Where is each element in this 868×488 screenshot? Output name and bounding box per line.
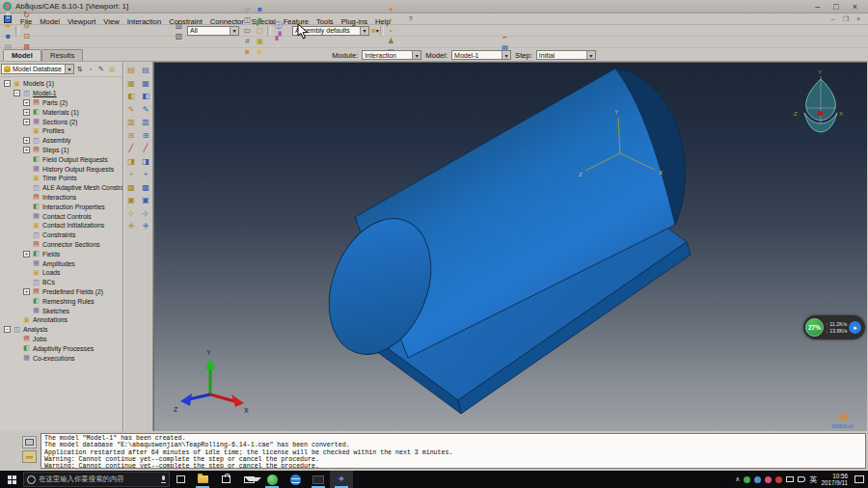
taskbar-search[interactable]: 在这里输入你要搜索的内容: [23, 472, 170, 487]
tray-app-icon[interactable]: [775, 476, 782, 483]
create-reference-point-icon[interactable]: ◨: [124, 155, 138, 169]
bulb-icon[interactable]: ◍: [107, 64, 117, 74]
taskbar-app-store[interactable]: [214, 471, 237, 488]
taskbar-app-app-green[interactable]: [260, 471, 284, 488]
tree-item-sketches[interactable]: ▦Sketches: [0, 306, 122, 315]
volume-icon[interactable]: [798, 476, 805, 482]
tree-item-ale-adaptive-mesh-constraints[interactable]: ◫ALE Adaptive Mesh Constraints: [0, 183, 122, 193]
tree-item-amplitudes[interactable]: ▦Amplitudes: [0, 258, 122, 268]
attach-points-icon[interactable]: ▣: [139, 194, 152, 207]
create-set-icon[interactable]: ▩: [139, 181, 152, 195]
action-center-icon[interactable]: [854, 475, 864, 483]
menu-viewport[interactable]: Viewport: [68, 17, 95, 26]
taskbar-app-file-explorer[interactable]: [191, 471, 214, 488]
taskbar-app-abaqus[interactable]: ✦: [330, 471, 353, 488]
memory-percent-ball[interactable]: 27%: [805, 318, 824, 337]
tree-item-history-output-requests[interactable]: ▦History Output Requests: [0, 164, 122, 174]
box-green-icon[interactable]: ■: [254, 14, 266, 25]
tree-item-parts-2[interactable]: +▤Parts (2): [0, 98, 122, 108]
sort-updown-icon[interactable]: ⇅: [75, 64, 85, 74]
network-icon[interactable]: [786, 476, 794, 482]
tree-item-profiles[interactable]: ▣Profiles: [0, 126, 122, 136]
menu-tools[interactable]: Tools: [316, 17, 334, 26]
tab-model[interactable]: Model: [3, 49, 41, 61]
message-area-button[interactable]: [22, 436, 37, 448]
tray-expand-icon[interactable]: ∧: [735, 475, 740, 483]
minimize-button[interactable]: –: [815, 2, 820, 12]
tree-item-interactions[interactable]: ▤Interactions: [0, 193, 122, 203]
tree-context-combo[interactable]: Model Database ▾: [1, 64, 74, 74]
expand-icon[interactable]: +: [23, 99, 30, 106]
child-close-button[interactable]: ×: [856, 15, 860, 23]
zoom-icon[interactable]: ⊙: [20, 20, 33, 31]
query-info-icon[interactable]: ⓘ: [272, 20, 285, 31]
partition-cell-icon[interactable]: ▩: [124, 181, 138, 195]
tree-item-fields[interactable]: +◧Fields: [0, 249, 122, 258]
create-spring-icon[interactable]: ⊹: [124, 207, 138, 221]
create-wire-feature-icon[interactable]: ╱: [124, 142, 138, 155]
create-fasteners-icon[interactable]: ◨: [139, 155, 152, 169]
close-button[interactable]: ×: [853, 2, 857, 12]
menu-connector[interactable]: Connector: [210, 17, 244, 26]
step-combo[interactable]: Initial▾: [536, 50, 596, 60]
menu-model[interactable]: Model: [40, 17, 60, 26]
taskbar-app-mail[interactable]: [237, 471, 260, 488]
create-datum-icon[interactable]: +: [124, 168, 138, 181]
new-icon[interactable]: ▯: [2, 10, 14, 20]
connector-manager-icon[interactable]: ✎: [139, 103, 152, 117]
measure-icon[interactable]: #: [241, 36, 254, 46]
tree-item-bcs[interactable]: ◫BCs: [0, 278, 122, 287]
tab-results[interactable]: Results: [41, 49, 83, 61]
net-speed-widget[interactable]: 27% ↑ 11.2K/s ↓ 13.8K/s ▸: [803, 315, 865, 339]
pan-icon[interactable]: +: [20, 0, 33, 10]
chevron-down-icon[interactable]: ▾: [360, 27, 368, 35]
tree-item-co-executions[interactable]: ▦Co-executions: [0, 353, 122, 363]
tree-item-connector-sections[interactable]: ▤Connector Sections: [0, 240, 122, 250]
tree-item-constraints[interactable]: ◫Constraints: [0, 230, 122, 240]
tree-item-loads[interactable]: ▣Loads: [0, 268, 122, 278]
color-code-icon[interactable]: ▞: [272, 31, 285, 41]
module-combo[interactable]: Interaction▾: [362, 50, 421, 60]
save-icon[interactable]: ■: [2, 31, 14, 41]
expand-icon[interactable]: +: [23, 147, 30, 153]
tray-app-icon[interactable]: [744, 476, 750, 483]
expand-icon[interactable]: +: [23, 119, 30, 125]
message-log[interactable]: The model "Model-1" has been created.The…: [41, 433, 866, 469]
taskbar-clock[interactable]: 10:56 2017/9/11: [821, 473, 848, 486]
menu-plugins[interactable]: Plug-ins: [341, 17, 367, 26]
tree-item-steps-1[interactable]: +▤Steps (1): [0, 146, 122, 155]
view-compass[interactable]: Y Z X: [794, 69, 843, 132]
microphone-icon[interactable]: [161, 475, 166, 483]
collapse-icon[interactable]: −: [4, 326, 11, 333]
collapse-icon[interactable]: −: [14, 90, 20, 96]
ime-indicator[interactable]: 英: [809, 474, 817, 485]
create-interaction-icon[interactable]: ▤: [124, 64, 138, 77]
model-combo[interactable]: Model-1▾: [451, 50, 511, 60]
child-restore-button[interactable]: ❐: [843, 15, 849, 23]
tree-item-analysis[interactable]: −◫Analysis: [0, 325, 122, 335]
interaction-manager-icon[interactable]: ▤: [139, 64, 152, 77]
viewport-3d[interactable]: Y Z X Y Z X: [154, 63, 868, 432]
box-blue-icon[interactable]: ■: [254, 4, 266, 14]
hidden-line-icon[interactable]: ▣: [254, 36, 266, 46]
tree-item-adaptivity-processes[interactable]: ◧Adaptivity Processes: [0, 343, 122, 353]
pencil-icon[interactable]: ✎: [96, 64, 106, 74]
tree-item-remeshing-rules[interactable]: ◧Remeshing Rules: [0, 296, 122, 306]
collapse-icon[interactable]: −: [4, 80, 11, 87]
rotate-instance-icon[interactable]: ✛: [139, 220, 152, 233]
taskbar-app-screenshot-preview[interactable]: [307, 471, 330, 488]
menu-view[interactable]: View: [103, 17, 119, 26]
tree-item-predefined-fields-2[interactable]: +▤Predefined Fields (2): [0, 287, 122, 297]
tree-item-contact-initializations[interactable]: ▣Contact Initializations: [0, 221, 122, 230]
tray-app-icon[interactable]: [754, 476, 761, 483]
taskbar-app-browser[interactable]: [284, 471, 307, 488]
start-button[interactable]: [0, 471, 23, 488]
expand-icon[interactable]: +: [23, 137, 30, 144]
constraint-manager-icon[interactable]: ◧: [139, 90, 152, 103]
zoom-rect-icon[interactable]: ▭: [241, 25, 254, 36]
child-minimize-button[interactable]: –: [831, 15, 835, 23]
section-cut-icon[interactable]: ⌐: [499, 32, 511, 42]
views-icon[interactable]: ◫: [241, 14, 254, 25]
open-icon[interactable]: ▰: [2, 20, 14, 31]
rocket-boost-icon[interactable]: ▸: [849, 321, 861, 334]
